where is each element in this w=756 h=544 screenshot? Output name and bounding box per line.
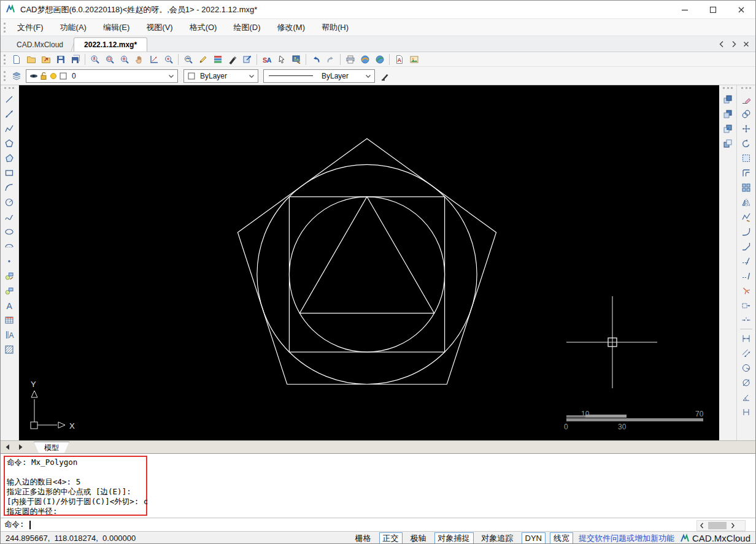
- command-history-panel[interactable]: 命令: Mx_Polygon输入边的数目<4>: 5指定正多边形的中心点或 [边…: [1, 453, 755, 518]
- rotate-button[interactable]: [739, 136, 754, 150]
- color-combo[interactable]: ByLayer: [183, 69, 258, 83]
- undo-button[interactable]: [309, 52, 323, 66]
- save-button[interactable]: [53, 52, 68, 66]
- array-button[interactable]: [739, 180, 754, 194]
- offset-button[interactable]: [739, 166, 754, 180]
- menu-help[interactable]: 帮助(H): [314, 20, 357, 36]
- zoom-window-button[interactable]: [102, 52, 117, 66]
- draw-order-front-button[interactable]: [721, 92, 735, 106]
- text-style-button[interactable]: SA: [260, 52, 274, 66]
- menu-file[interactable]: 文件(F): [9, 20, 52, 36]
- pan-button[interactable]: [132, 52, 146, 66]
- ellipse-button[interactable]: [2, 224, 17, 239]
- menu-view[interactable]: 视图(V): [138, 20, 180, 36]
- polyline-button[interactable]: [2, 121, 17, 136]
- tab-cad-mxcloud[interactable]: CAD.MxCloud: [4, 38, 75, 52]
- layout-prev-button[interactable]: [3, 442, 13, 452]
- move-button[interactable]: [739, 121, 754, 136]
- web-green-button[interactable]: [372, 52, 387, 66]
- table-button[interactable]: [2, 313, 17, 327]
- drawing-entities[interactable]: [237, 139, 496, 385]
- tab-document[interactable]: 2022.1.12.mxg*: [74, 37, 147, 52]
- drawing-inscribed-circle-outer[interactable]: [257, 164, 477, 384]
- new-file-button[interactable]: [9, 52, 23, 66]
- layers-color-button[interactable]: [210, 52, 225, 66]
- drawing-canvas[interactable]: Y X 10 70 0 30: [19, 85, 719, 440]
- polygon2-button[interactable]: [2, 151, 17, 165]
- open-folder-button[interactable]: [24, 52, 38, 66]
- chevron-down-icon[interactable]: [363, 71, 373, 81]
- angle-button[interactable]: [147, 52, 161, 66]
- drawing-square[interactable]: [289, 197, 444, 352]
- mirror-button[interactable]: [739, 195, 754, 209]
- scroll-right-button[interactable]: [728, 521, 738, 530]
- zoom-inout-button[interactable]: [88, 52, 102, 66]
- menu-draw[interactable]: 绘图(D): [225, 20, 268, 36]
- maximize-button[interactable]: [699, 1, 727, 18]
- close-button[interactable]: [727, 1, 755, 18]
- scroll-left-button[interactable]: [697, 521, 707, 530]
- tab-close-button[interactable]: [741, 39, 752, 50]
- zoom-plus-button[interactable]: [161, 52, 176, 66]
- drawing-inscribed-circle-inner[interactable]: [289, 197, 444, 352]
- toggle-dyn[interactable]: DYN: [522, 532, 546, 544]
- image-file-button[interactable]: [407, 52, 421, 66]
- dim-radius-button[interactable]: [739, 361, 754, 375]
- chamfer-button[interactable]: [739, 239, 754, 253]
- dim-angular-button[interactable]: [739, 390, 754, 404]
- chevron-down-icon[interactable]: [247, 71, 256, 81]
- tab-prev-button[interactable]: [716, 39, 727, 50]
- export-button[interactable]: [240, 52, 254, 66]
- print-button[interactable]: [343, 52, 357, 66]
- toggle-osnap[interactable]: 对象捕捉: [434, 532, 474, 544]
- fillet-button[interactable]: [739, 224, 754, 239]
- layer-combo[interactable]: 0: [26, 69, 178, 83]
- toggle-otrack[interactable]: 对象追踪: [478, 532, 517, 544]
- trim-button[interactable]: [739, 254, 754, 268]
- block-insert-button[interactable]: [2, 269, 17, 283]
- block-make-button[interactable]: [2, 283, 17, 297]
- explode-button[interactable]: [739, 283, 754, 297]
- menu-modify[interactable]: 修改(M): [269, 20, 313, 36]
- stretch-button[interactable]: [739, 298, 754, 312]
- draw-order-back-button[interactable]: [721, 107, 735, 121]
- chevron-down-icon[interactable]: [166, 71, 176, 81]
- menu-format[interactable]: 格式(O): [182, 20, 225, 36]
- layer-manager-button[interactable]: [9, 69, 23, 83]
- arc-button[interactable]: [2, 180, 17, 194]
- menu-function[interactable]: 功能(A): [52, 20, 94, 36]
- dim-aligned-button[interactable]: [739, 346, 754, 360]
- break-button[interactable]: [739, 313, 754, 327]
- pedit-button[interactable]: [739, 210, 754, 224]
- draw-order-above-button[interactable]: [721, 121, 735, 136]
- minimize-button[interactable]: [671, 1, 699, 18]
- copy-button[interactable]: [739, 107, 754, 121]
- spline-button[interactable]: [2, 210, 17, 224]
- dim-diameter-button[interactable]: [739, 375, 754, 389]
- erase-button[interactable]: [739, 92, 754, 106]
- pdf-button[interactable]: A: [392, 52, 406, 66]
- polygon-button[interactable]: [2, 136, 17, 150]
- ellipse-arc-button[interactable]: [2, 239, 17, 253]
- save-as-button[interactable]: [68, 52, 82, 66]
- circle-button[interactable]: [2, 195, 17, 209]
- toggle-lineweight[interactable]: 线宽: [550, 532, 573, 544]
- zoom-extents-button[interactable]: [117, 52, 131, 66]
- view-back-button[interactable]: [181, 52, 195, 66]
- menu-edit[interactable]: 编辑(E): [95, 20, 137, 36]
- point-button[interactable]: [2, 254, 17, 268]
- scrollbar-thumb[interactable]: [708, 522, 727, 529]
- pen-button[interactable]: [196, 52, 210, 66]
- open-cloud-button[interactable]: [39, 52, 53, 66]
- redo-button[interactable]: [323, 52, 338, 66]
- text-button[interactable]: A: [2, 298, 17, 312]
- vertical-text-button[interactable]: A: [2, 328, 17, 342]
- toggle-grid[interactable]: 栅格: [352, 532, 375, 544]
- brush-button[interactable]: [225, 52, 239, 66]
- dim-linear-button[interactable]: [739, 331, 754, 345]
- command-hscrollbar[interactable]: [696, 520, 746, 531]
- drawing-triangle[interactable]: [299, 197, 434, 313]
- linetype-combo[interactable]: ByLayer: [263, 69, 375, 83]
- drawing-pentagon[interactable]: [237, 139, 496, 385]
- tab-next-button[interactable]: [728, 39, 739, 50]
